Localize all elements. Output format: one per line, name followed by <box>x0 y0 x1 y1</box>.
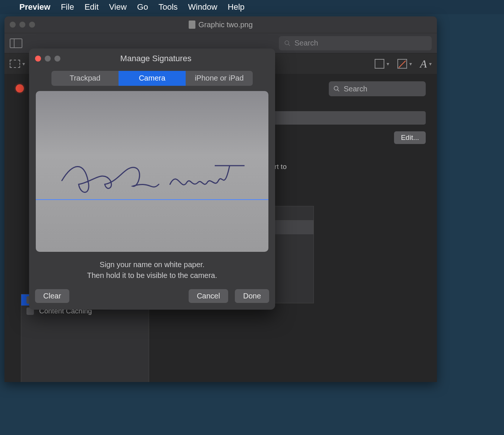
chevron-down-icon: ▾ <box>409 61 412 67</box>
fill-color-tool[interactable]: ▾ <box>397 59 412 69</box>
window-title: Graphic two.png <box>189 21 253 29</box>
border-style-tool[interactable]: ▾ <box>375 59 389 69</box>
square-icon <box>375 59 384 69</box>
instruction-line-2: Then hold it to be visible to the camera… <box>35 270 269 281</box>
menu-window[interactable]: Window <box>188 2 217 12</box>
no-fill-icon <box>397 59 407 69</box>
chevron-down-icon: ▾ <box>22 61 25 67</box>
chevron-down-icon: ▾ <box>429 61 432 67</box>
window-titlebar: Graphic two.png <box>4 16 437 33</box>
menu-tools[interactable]: Tools <box>158 2 177 12</box>
window-traffic-lights <box>10 22 35 28</box>
close-window-button[interactable] <box>10 22 16 28</box>
signature-image <box>58 147 245 199</box>
minimize-window-button[interactable] <box>19 22 25 28</box>
search-icon <box>284 40 291 47</box>
signature-source-tabs: Trackpad Camera iPhone or iPad <box>51 71 253 86</box>
chevron-down-icon: ▾ <box>387 61 389 67</box>
tab-iphone-ipad[interactable]: iPhone or iPad <box>186 71 253 86</box>
tab-camera[interactable]: Camera <box>119 71 186 86</box>
search-icon <box>333 85 340 92</box>
svg-point-2 <box>334 86 338 90</box>
selection-tool[interactable]: ▾ <box>10 60 25 68</box>
sheet-close-button[interactable] <box>35 56 41 62</box>
toolbar-search-placeholder: Search <box>294 39 318 47</box>
manage-signatures-sheet: Manage Signatures Trackpad Camera iPhone… <box>29 48 275 310</box>
menu-view[interactable]: View <box>109 2 127 12</box>
signature-baseline <box>36 199 268 200</box>
cancel-button[interactable]: Cancel <box>189 289 228 303</box>
text-style-icon: A <box>420 57 427 70</box>
clear-button[interactable]: Clear <box>35 289 69 303</box>
signature-instructions: Sign your name on white paper. Then hold… <box>35 259 269 281</box>
window-title-text: Graphic two.png <box>198 21 253 29</box>
text-style-tool[interactable]: A ▾ <box>420 57 432 70</box>
sidebar-toggle-icon[interactable] <box>10 38 22 48</box>
menu-help[interactable]: Help <box>228 2 245 12</box>
tab-trackpad[interactable]: Trackpad <box>51 71 119 86</box>
selection-icon <box>10 60 20 68</box>
camera-preview <box>36 91 268 252</box>
svg-line-1 <box>288 44 290 46</box>
preview-window: Graphic two.png Search ▾ ▾ ▾ A ▾ <box>4 16 437 382</box>
annotation-dot[interactable] <box>16 84 24 93</box>
file-icon <box>189 21 195 29</box>
done-button[interactable]: Done <box>235 289 269 303</box>
zoom-window-button[interactable] <box>29 22 35 28</box>
sheet-title: Manage Signatures <box>42 54 269 63</box>
instruction-line-1: Sign your name on white paper. <box>35 259 269 270</box>
edit-button: Edit... <box>394 131 426 144</box>
menu-file[interactable]: File <box>61 2 74 12</box>
menubar: Preview File Edit View Go Tools Window H… <box>0 0 504 14</box>
app-menu[interactable]: Preview <box>19 2 50 12</box>
svg-point-0 <box>285 41 289 45</box>
toolbar-search-field[interactable]: Search <box>279 36 432 50</box>
menu-edit[interactable]: Edit <box>85 2 99 12</box>
menu-go[interactable]: Go <box>137 2 148 12</box>
svg-line-3 <box>337 90 339 91</box>
prefs-search-field: Search <box>329 81 426 96</box>
prefs-search-placeholder: Search <box>344 85 367 93</box>
